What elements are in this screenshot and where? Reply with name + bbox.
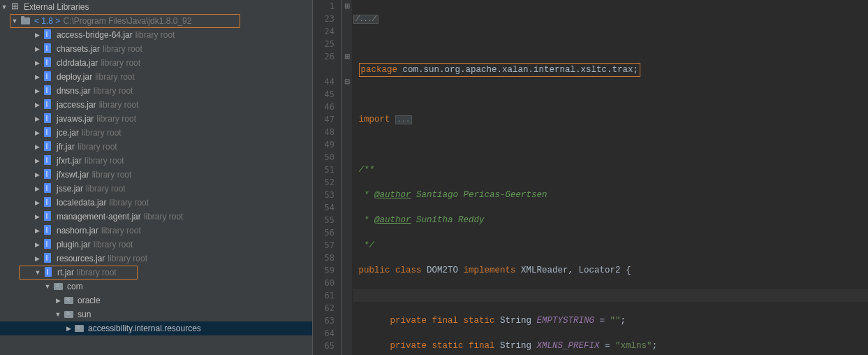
tree-node-external-libraries[interactable]: ▼ External Libraries: [0, 0, 312, 14]
tree-node-jar[interactable]: ▶javaws.jarlibrary root: [0, 112, 312, 126]
collapse-arrow-icon[interactable]: ▶: [33, 255, 41, 262]
tree-node-jar[interactable]: ▶deploy.jarlibrary root: [0, 70, 312, 84]
fold-marker[interactable]: ⊟: [342, 75, 352, 88]
folded-code[interactable]: /.../: [353, 15, 378, 24]
fold-gutter[interactable]: ⊞⊞⊟: [342, 0, 352, 355]
jar-suffix: library root: [92, 170, 132, 180]
collapse-arrow-icon[interactable]: ▶: [33, 227, 41, 234]
collapse-arrow-icon[interactable]: ▶: [33, 31, 41, 38]
jar-name: jce.jar: [57, 128, 79, 138]
jar-suffix: library root: [96, 114, 136, 124]
tree-node-jar[interactable]: ▶jce.jarlibrary root: [0, 126, 312, 140]
collapse-arrow-icon[interactable]: ▶: [33, 101, 41, 108]
jar-icon: [43, 211, 54, 222]
jar-suffix: library root: [94, 86, 133, 96]
jar-suffix: library root: [99, 100, 139, 110]
tree-node-jar[interactable]: ▶jaccess.jarlibrary root: [0, 98, 312, 112]
tree-node-rtjar[interactable]: ▼ rt.jar library root: [19, 266, 138, 280]
tree-node-jar[interactable]: ▶cldrdata.jarlibrary root: [0, 56, 312, 70]
jar-suffix: library root: [86, 184, 126, 194]
line-number: 52: [313, 176, 334, 189]
tree-node-jar[interactable]: ▶dnsns.jarlibrary root: [0, 84, 312, 98]
jar-suffix: library root: [95, 72, 135, 82]
tree-node-jar[interactable]: ▶nashorn.jarlibrary root: [0, 224, 312, 238]
tree-node-jar[interactable]: ▶jfxswt.jarlibrary root: [0, 168, 312, 182]
collapse-arrow-icon[interactable]: ▶: [33, 241, 41, 248]
expand-arrow-icon[interactable]: ▼: [54, 311, 62, 318]
tree-node-jar[interactable]: ▶resources.jarlibrary root: [0, 252, 312, 266]
fold-marker: [342, 214, 352, 226]
line-number: 61: [313, 289, 334, 302]
line-number: 45: [313, 88, 334, 101]
line-number: 57: [313, 239, 334, 252]
line-number: 59: [313, 264, 334, 277]
tree-node-jar[interactable]: ▶jfr.jarlibrary root: [0, 140, 312, 154]
tree-node-com[interactable]: ▼ com: [0, 280, 312, 294]
jar-suffix: library root: [103, 44, 142, 54]
collapse-arrow-icon[interactable]: ▶: [33, 87, 41, 94]
fold-marker[interactable]: ⊞: [342, 0, 352, 13]
collapse-arrow-icon[interactable]: ▶: [33, 171, 41, 178]
line-number: 54: [313, 201, 334, 214]
code-editor[interactable]: 1232425264445464748495051525354555657585…: [313, 0, 868, 355]
tree-node-jar[interactable]: ▶jfxrt.jarlibrary root: [0, 154, 312, 168]
line-number-gutter: 1232425264445464748495051525354555657585…: [313, 0, 342, 355]
collapse-arrow-icon[interactable]: ▶: [33, 213, 41, 220]
tree-node-accessibility[interactable]: ▶ accessibility.internal.resources: [0, 321, 312, 335]
collapse-arrow-icon[interactable]: ▶: [33, 199, 41, 206]
expand-arrow-icon[interactable]: ▼: [10, 17, 19, 24]
jar-name: resources.jar: [57, 254, 105, 263]
tree-node-oracle[interactable]: ▶ oracle: [0, 294, 312, 307]
collapse-arrow-icon[interactable]: ▶: [33, 157, 41, 164]
tree-node-jar[interactable]: ▶jsse.jarlibrary root: [0, 182, 312, 196]
collapse-arrow-icon[interactable]: ▶: [33, 115, 41, 122]
tree-node-jar[interactable]: ▶charsets.jarlibrary root: [0, 42, 312, 56]
collapse-arrow-icon[interactable]: ▶: [33, 73, 41, 80]
line-number: [313, 63, 334, 75]
current-line: [353, 289, 868, 302]
tree-node-jar[interactable]: ▶plugin.jarlibrary root: [0, 238, 312, 252]
expand-arrow-icon[interactable]: ▼: [43, 283, 52, 290]
fold-marker: [342, 164, 352, 176]
line-number: 58: [313, 252, 334, 264]
collapse-arrow-icon[interactable]: ▶: [33, 59, 41, 66]
fold-marker: [342, 302, 352, 314]
jdk-path: C:\Program Files\Java\jdk1.8.0_92: [63, 16, 191, 26]
line-number: 46: [313, 101, 334, 113]
fold-marker: [342, 101, 352, 113]
jar-name: access-bridge-64.jar: [57, 30, 133, 40]
collapse-arrow-icon[interactable]: ▶: [33, 143, 41, 150]
jar-suffix: library root: [77, 268, 117, 277]
jar-suffix: library root: [108, 254, 147, 263]
jar-icon: [43, 85, 54, 96]
collapse-arrow-icon[interactable]: ▶: [54, 297, 62, 304]
tree-node-jdk[interactable]: ▼ < 1.8 > C:\Program Files\Java\jdk1.8.0…: [10, 14, 240, 28]
fold-marker[interactable]: ⊞: [342, 50, 352, 63]
tree-node-jar[interactable]: ▶management-agent.jarlibrary root: [0, 210, 312, 224]
fold-marker: [342, 226, 352, 239]
code-area[interactable]: /.../ package com.sun.org.apache.xalan.i…: [352, 0, 868, 355]
line-number: 63: [313, 314, 334, 327]
fold-marker: [342, 327, 352, 340]
expand-arrow-icon[interactable]: ▼: [0, 3, 8, 10]
jar-icon: [43, 43, 54, 55]
fold-marker: [342, 264, 352, 277]
project-tree-panel[interactable]: ▼ External Libraries ▼ < 1.8 > C:\Progra…: [0, 0, 313, 355]
pkg-label: sun: [78, 310, 91, 319]
folded-imports[interactable]: ...: [395, 115, 412, 124]
fold-marker: [342, 25, 352, 38]
collapse-arrow-icon[interactable]: ▶: [33, 129, 41, 136]
fold-marker: [342, 201, 352, 214]
line-number: 60: [313, 277, 334, 289]
tree-node-sun[interactable]: ▼ sun: [0, 307, 312, 321]
collapse-arrow-icon[interactable]: ▶: [33, 185, 41, 192]
expand-arrow-icon[interactable]: ▼: [34, 269, 42, 276]
line-number: 50: [313, 151, 334, 164]
fold-marker: [342, 113, 352, 126]
collapse-arrow-icon[interactable]: ▶: [33, 45, 41, 52]
collapse-arrow-icon[interactable]: ▶: [64, 325, 73, 332]
tree-node-jar[interactable]: ▶access-bridge-64.jarlibrary root: [0, 28, 312, 42]
line-number: 56: [313, 226, 334, 239]
tree-node-jar[interactable]: ▶localedata.jarlibrary root: [0, 196, 312, 210]
line-number: 25: [313, 38, 334, 50]
